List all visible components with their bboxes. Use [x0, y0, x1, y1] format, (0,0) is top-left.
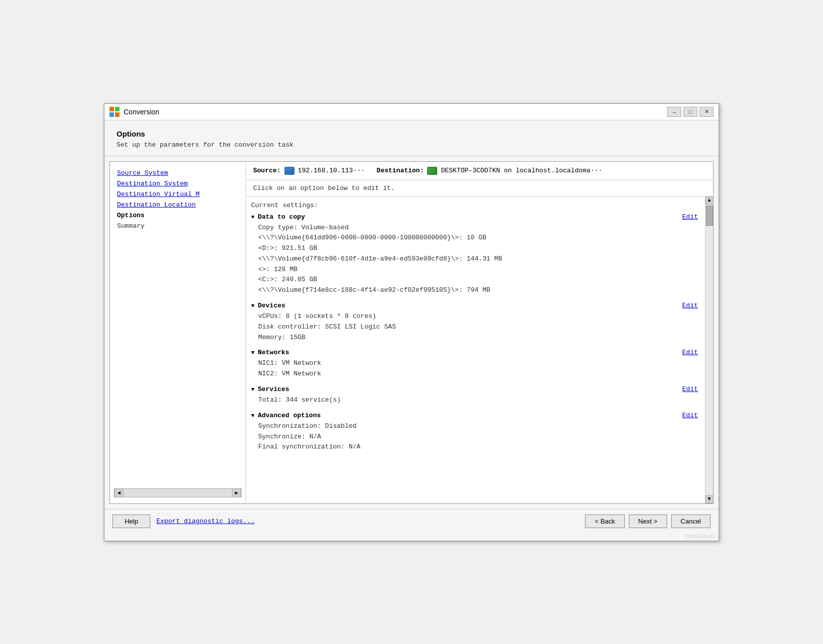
devices-item-2: Memory: 15GB	[258, 333, 698, 343]
section-data-to-copy-content: Copy type: Volume-based <\\?\Volume{641d…	[251, 223, 698, 296]
section-services-header: Services Edit	[251, 385, 698, 393]
section-advanced-options: Advanced options Edit Synchronization: D…	[251, 412, 698, 453]
section-devices-title: Devices	[251, 302, 285, 309]
settings-panel: Current settings: Data to copy Edit Copy…	[246, 197, 705, 503]
sidebar-scroll-right[interactable]: ▶	[232, 488, 241, 497]
destination-label: Destination:	[377, 167, 424, 174]
sidebar-scrollbar[interactable]: ◀ ▶	[114, 488, 242, 497]
page-subtitle: Set up the parameters for the conversion…	[116, 141, 707, 149]
data-copy-item-3: <\\?\Volume{d7f8cb96-610f-4d1e-a9e4-ed59…	[258, 254, 698, 265]
section-devices-content: vCPUs: 8 (1 sockets * 8 cores) Disk cont…	[251, 311, 698, 343]
sidebar-item-source-system[interactable]: Source System	[114, 168, 242, 178]
source-icon	[284, 167, 295, 175]
page-header: Options Set up the parameters for the co…	[104, 120, 719, 156]
section-data-to-copy-edit[interactable]: Edit	[682, 213, 698, 221]
sidebar-item-destination-location[interactable]: Destination Location	[114, 200, 242, 210]
page-title: Options	[116, 130, 707, 138]
click-instruction: Click on an option below to edit it.	[246, 180, 713, 197]
window-controls: – □ ✕	[667, 107, 714, 117]
section-data-to-copy: Data to copy Edit Copy type: Volume-base…	[251, 213, 698, 296]
content-area: Source: 192.168.10.113··· Destination: D…	[246, 162, 713, 503]
sidebar: Source System Destination System Destina…	[110, 162, 246, 503]
title-bar-left: Conversion	[109, 107, 159, 117]
cancel-button[interactable]: Cancel	[671, 514, 711, 528]
section-networks: Networks Edit NIC1: VM Network NIC2: VM …	[251, 349, 698, 379]
section-advanced-options-content: Synchronization: Disabled Synchronize: N…	[251, 421, 698, 453]
source-label: Source:	[253, 167, 281, 174]
devices-item-0: vCPUs: 8 (1 sockets * 8 cores)	[258, 311, 698, 322]
back-button[interactable]: < Back	[585, 514, 624, 528]
section-devices: Devices Edit vCPUs: 8 (1 sockets * 8 cor…	[251, 302, 698, 343]
sidebar-scroll-track[interactable]	[124, 489, 232, 497]
section-services: Services Edit Total: 344 service(s)	[251, 385, 698, 406]
minimize-button[interactable]: –	[667, 107, 681, 117]
section-devices-header: Devices Edit	[251, 302, 698, 309]
section-advanced-options-title: Advanced options	[251, 412, 321, 419]
sidebar-item-summary: Summary	[114, 221, 242, 231]
sidebar-item-destination-virtual-m[interactable]: Destination Virtual M	[114, 189, 242, 200]
data-copy-item-0: Copy type: Volume-based	[258, 223, 698, 233]
title-bar: Conversion – □ ✕	[104, 104, 719, 120]
settings-wrapper: Current settings: Data to copy Edit Copy…	[246, 197, 713, 503]
sidebar-scroll-left[interactable]: ◀	[114, 488, 124, 497]
data-copy-item-5: <C:>: 240.05 GB	[258, 275, 698, 285]
section-services-title: Services	[251, 385, 289, 393]
services-item-0: Total: 344 service(s)	[258, 395, 698, 406]
svg-rect-2	[109, 112, 114, 117]
scroll-arrow-up[interactable]: ▲	[706, 197, 714, 205]
section-data-to-copy-header: Data to copy Edit	[251, 213, 698, 221]
data-copy-item-4: <>: 128 MB	[258, 265, 698, 275]
settings-header: Current settings:	[251, 202, 698, 209]
section-networks-edit[interactable]: Edit	[682, 349, 698, 356]
section-services-edit[interactable]: Edit	[682, 385, 698, 393]
sidebar-item-destination-system[interactable]: Destination System	[114, 178, 242, 189]
networks-item-0: NIC1: VM Network	[258, 358, 698, 369]
svg-rect-3	[115, 112, 120, 117]
next-button[interactable]: Next >	[629, 514, 667, 528]
devices-item-1: Disk controller: SCSI LSI Logic SAS	[258, 322, 698, 333]
section-advanced-options-header: Advanced options Edit	[251, 412, 698, 419]
main-window: Conversion – □ ✕ Options Set up the para…	[104, 103, 719, 541]
section-networks-title: Networks	[251, 349, 289, 356]
scroll-thumb[interactable]	[706, 206, 713, 226]
vertical-scrollbar[interactable]: ▲ ▼	[705, 197, 713, 503]
maximize-button[interactable]: □	[683, 107, 697, 117]
footer-right: < Back Next > Cancel	[585, 514, 711, 528]
section-networks-header: Networks Edit	[251, 349, 698, 356]
data-copy-item-1: <\\?\Volume{641dd906-0000-0000-0000-1000…	[258, 233, 698, 243]
section-data-to-copy-title: Data to copy	[251, 213, 305, 221]
help-button[interactable]: Help	[112, 514, 150, 528]
section-networks-content: NIC1: VM Network NIC2: VM Network	[251, 358, 698, 379]
advanced-item-2: Final synchronization: N/A	[258, 442, 698, 453]
scroll-arrow-down[interactable]: ▼	[706, 495, 714, 503]
advanced-item-1: Synchronize: N/A	[258, 432, 698, 442]
svg-rect-1	[115, 107, 120, 111]
data-copy-item-2: <D:>: 921.51 GB	[258, 243, 698, 254]
destination-icon	[427, 167, 437, 175]
export-diagnostic-logs-button[interactable]: Export diagnostic logs...	[155, 515, 256, 528]
sidebar-item-options: Options	[114, 210, 242, 221]
close-button[interactable]: ✕	[699, 107, 714, 117]
destination-value: DESKTOP-3COO7KN on localhost.localdoma··…	[441, 167, 602, 174]
data-copy-item-6: <\\?\Volume{f714e8cc-188c-4f14-ae92-cf02…	[258, 285, 698, 296]
app-icon	[109, 107, 120, 117]
advanced-item-0: Synchronization: Disabled	[258, 421, 698, 432]
main-area: Source System Destination System Destina…	[109, 161, 714, 504]
section-services-content: Total: 344 service(s)	[251, 395, 698, 406]
section-devices-edit[interactable]: Edit	[682, 302, 698, 309]
window-title: Conversion	[124, 108, 159, 116]
footer: Help Export diagnostic logs... < Back Ne…	[104, 509, 719, 533]
source-value: 192.168.10.113···	[298, 167, 365, 174]
networks-item-1: NIC2: VM Network	[258, 369, 698, 379]
watermark: CSDN©Adsdc	[104, 533, 719, 541]
footer-left: Help Export diagnostic logs...	[112, 514, 256, 528]
source-dest-bar: Source: 192.168.10.113··· Destination: D…	[246, 162, 713, 180]
svg-rect-0	[109, 107, 114, 111]
section-advanced-options-edit[interactable]: Edit	[682, 412, 698, 419]
